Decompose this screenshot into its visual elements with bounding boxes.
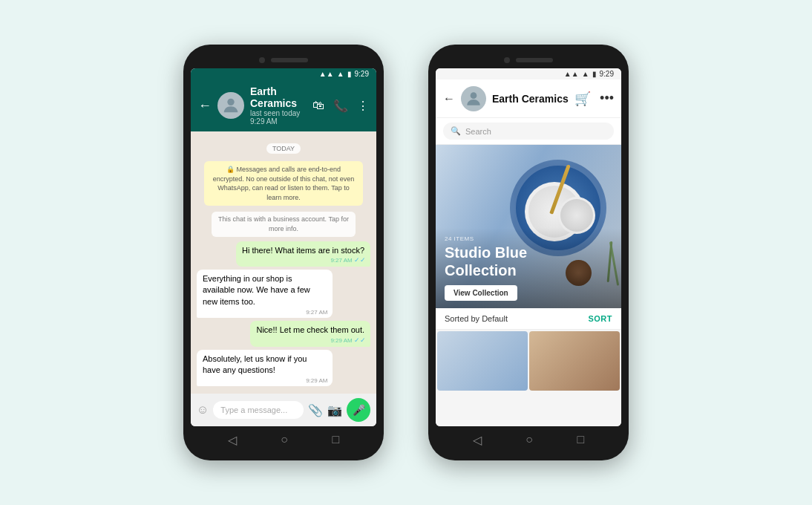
wa-status-bar: ▲▲ ▲ ▮ 9:29 (191, 68, 376, 79)
wa-mic-icon: 🎤 (353, 404, 365, 416)
wa-contact-name: Earth Ceramics (250, 85, 307, 109)
cat-view-collection-button[interactable]: View Collection (445, 285, 517, 301)
cat-hero-overlay: 24 ITEMS Studio Blue Collection View Col… (436, 228, 621, 308)
wa-bag-icon[interactable]: 🛍 (312, 99, 324, 113)
wa-checkmarks-2: ✓✓ (354, 336, 366, 344)
cat-nav-recents-button[interactable]: □ (577, 433, 585, 446)
wa-chat-header: ← Earth Ceramics last seen today 9:29 AM… (191, 79, 376, 131)
catalog-screen: ▲▲ ▲ ▮ 9:29 ← Earth Ceramics 🛒 ••• 🔍 (436, 68, 621, 426)
wa-phone-nav: ◁ ○ □ (191, 426, 376, 453)
battery-icon: ▮ (347, 70, 352, 78)
catalog-phone: ▲▲ ▲ ▮ 9:29 ← Earth Ceramics 🛒 ••• 🔍 (428, 45, 629, 460)
speaker (271, 58, 308, 62)
wa-phone-icon[interactable]: 📞 (333, 99, 348, 113)
contact-avatar-icon (220, 95, 241, 116)
catalog-camera-dot (504, 57, 510, 63)
cat-avatar (461, 86, 486, 111)
cat-collection-title: Studio Blue Collection (445, 244, 612, 279)
cat-status-bar: ▲▲ ▲ ▮ 9:29 (436, 68, 621, 79)
cat-contact-avatar-icon (464, 89, 483, 108)
cat-more-icon[interactable]: ••• (600, 91, 614, 107)
cat-search-icon: 🔍 (451, 126, 461, 136)
cat-catalog-area: 24 ITEMS Studio Blue Collection View Col… (436, 145, 621, 426)
cat-cart-icon[interactable]: 🛒 (574, 91, 591, 107)
cat-product-grid (436, 330, 621, 392)
wa-encryption-notice: 🔒 Messages and calls are end-to-end encr… (204, 161, 363, 206)
whatsapp-screen: ▲▲ ▲ ▮ 9:29 ← Earth Ceramics last seen t… (191, 68, 376, 426)
status-time: 9:29 (355, 70, 369, 78)
catalog-phone-top-bar (436, 52, 621, 68)
wa-message-sent-2: Nice!! Let me check them out. 9:29 AM ✓✓ (250, 321, 370, 346)
cat-battery-icon: ▮ (592, 70, 597, 78)
wa-business-notice: This chat is with a business account. Ta… (212, 212, 356, 236)
whatsapp-phone: ▲▲ ▲ ▮ 9:29 ← Earth Ceramics last seen t… (183, 45, 384, 460)
camera-dot (259, 57, 265, 63)
cat-search-placeholder: Search (465, 127, 491, 136)
cat-hero-section: 24 ITEMS Studio Blue Collection View Col… (436, 145, 621, 308)
wa-date-badge: TODAY (197, 140, 370, 154)
cat-sort-bar: Sorted by Default SORT (436, 308, 621, 330)
wa-chat-area: TODAY 🔒 Messages and calls are end-to-en… (191, 131, 376, 394)
cat-item-count: 24 ITEMS (445, 235, 612, 242)
wa-message-received-2: Absolutely, let us know if you have any … (197, 350, 333, 387)
nav-recents-button[interactable]: □ (333, 433, 340, 446)
cat-phone-nav: ◁ ○ □ (436, 426, 621, 453)
nav-back-button[interactable]: ◁ (228, 433, 237, 447)
wa-contact-status: last seen today 9:29 AM (250, 109, 307, 126)
cat-back-button[interactable]: ← (443, 92, 455, 105)
wa-more-icon[interactable]: ⋮ (357, 99, 369, 113)
wa-checkmarks: ✓✓ (354, 256, 366, 264)
cat-sort-label: Sorted by Default (445, 314, 508, 323)
wa-input-bar: ☺ Type a message... 📎 📷 🎤 (191, 394, 376, 426)
wa-message-received-1: Everything in our shop is available now.… (197, 270, 333, 318)
wifi-icon: ▲ (337, 70, 344, 78)
cat-nav-home-button[interactable]: ○ (525, 433, 533, 446)
cat-header: ← Earth Ceramics 🛒 ••• (436, 79, 621, 118)
cat-product-1[interactable] (437, 331, 528, 391)
cat-contact-name: Earth Ceramics (492, 93, 569, 105)
cat-product-2[interactable] (529, 331, 620, 391)
svg-point-1 (471, 92, 477, 99)
cat-signal-icon: ▲▲ (564, 70, 579, 78)
signal-icon: ▲▲ (319, 70, 334, 78)
wa-back-button[interactable]: ← (198, 98, 212, 114)
wa-header-icons: 🛍 📞 ⋮ (312, 99, 369, 113)
phone-top-bar (191, 52, 376, 68)
cat-search-input[interactable]: 🔍 Search (443, 123, 614, 140)
wa-camera-icon[interactable]: 📷 (327, 403, 342, 417)
wa-emoji-icon[interactable]: ☺ (197, 403, 209, 417)
wa-message-sent-1: Hi there! What items are in stock? 9:27 … (236, 241, 370, 267)
svg-point-0 (227, 99, 234, 105)
nav-home-button[interactable]: ○ (281, 433, 288, 446)
cat-header-icons: 🛒 ••• (574, 91, 614, 107)
wa-avatar (217, 92, 244, 119)
wa-message-input[interactable]: Type a message... (213, 401, 304, 419)
cat-status-time: 9:29 (600, 70, 614, 78)
wa-contact-info: Earth Ceramics last seen today 9:29 AM (250, 85, 307, 126)
wa-attach-icon[interactable]: 📎 (308, 403, 323, 417)
cat-search-bar: 🔍 Search (436, 118, 621, 145)
cat-sort-button[interactable]: SORT (588, 314, 612, 323)
cat-nav-back-button[interactable]: ◁ (473, 433, 482, 447)
wa-mic-button[interactable]: 🎤 (347, 398, 370, 422)
catalog-speaker (516, 58, 553, 62)
cat-wifi-icon: ▲ (582, 70, 589, 78)
